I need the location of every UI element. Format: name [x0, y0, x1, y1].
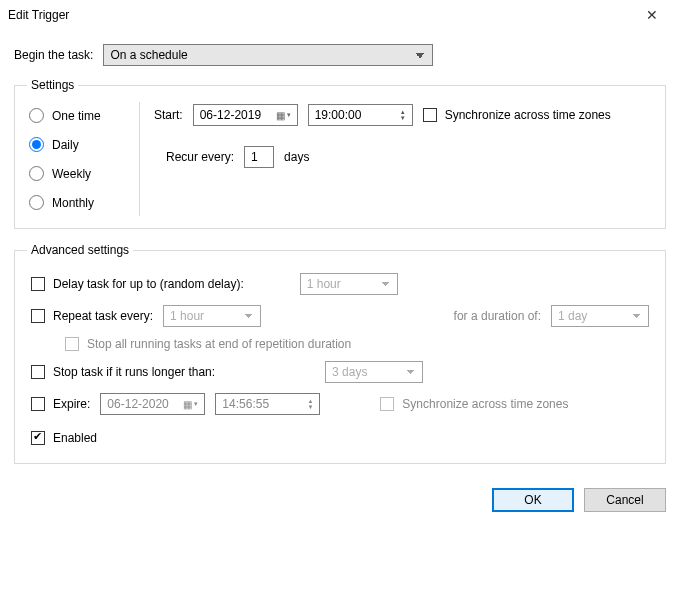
expire-time-input[interactable]: 14:56:55 ▲▼ [215, 393, 320, 415]
radio-one-time-label: One time [52, 109, 101, 123]
time-spinner-icon[interactable]: ▲▼ [307, 398, 313, 410]
expire-label: Expire: [53, 397, 90, 411]
sync-tz-label: Synchronize across time zones [445, 108, 611, 122]
expire-time-value: 14:56:55 [222, 397, 269, 411]
enabled-checkbox[interactable] [31, 431, 45, 445]
stop-repeat-checkbox [65, 337, 79, 351]
titlebar: Edit Trigger ✕ [0, 0, 680, 30]
delay-row[interactable]: Delay task for up to (random delay): [31, 277, 244, 291]
stop-if-label: Stop task if it runs longer than: [53, 365, 215, 379]
start-time-input[interactable]: 19:00:00 ▲▼ [308, 104, 413, 126]
enabled-label: Enabled [53, 431, 97, 445]
time-spinner-icon[interactable]: ▲▼ [400, 109, 406, 121]
recur-label-post: days [284, 150, 309, 164]
recur-value-input[interactable] [244, 146, 274, 168]
recur-label-pre: Recur every: [166, 150, 234, 164]
start-time-value: 19:00:00 [315, 108, 362, 122]
window-title: Edit Trigger [8, 8, 69, 22]
repeat-every-combo[interactable]: 1 hour [163, 305, 261, 327]
advanced-group: Advanced settings Delay task for up to (… [14, 243, 666, 464]
sync-tz-checkbox[interactable] [423, 108, 437, 122]
radio-one-time[interactable]: One time [29, 108, 121, 123]
repeat-label: Repeat task every: [53, 309, 153, 323]
radio-monthly-input[interactable] [29, 195, 44, 210]
radio-daily-input[interactable] [29, 137, 44, 152]
radio-weekly-label: Weekly [52, 167, 91, 181]
calendar-dropdown-icon[interactable]: ▦ ▾ [183, 399, 198, 410]
repeat-duration-combo[interactable]: 1 day [551, 305, 649, 327]
expire-sync-row: Synchronize across time zones [380, 397, 568, 411]
radio-daily[interactable]: Daily [29, 137, 121, 152]
radio-monthly-label: Monthly [52, 196, 94, 210]
expire-checkbox[interactable] [31, 397, 45, 411]
ok-button[interactable]: OK [492, 488, 574, 512]
radio-weekly[interactable]: Weekly [29, 166, 121, 181]
stop-if-combo[interactable]: 3 days [325, 361, 423, 383]
begin-task-label: Begin the task: [14, 48, 93, 62]
start-date-value: 06-12-2019 [200, 108, 261, 122]
start-label: Start: [154, 108, 183, 122]
stop-repeat-label: Stop all running tasks at end of repetit… [87, 337, 351, 351]
repeat-checkbox[interactable] [31, 309, 45, 323]
start-date-input[interactable]: 06-12-2019 ▦ ▾ [193, 104, 298, 126]
repeat-row[interactable]: Repeat task every: [31, 309, 153, 323]
radio-monthly[interactable]: Monthly [29, 195, 121, 210]
radio-daily-label: Daily [52, 138, 79, 152]
expire-sync-label: Synchronize across time zones [402, 397, 568, 411]
stop-repeat-row: Stop all running tasks at end of repetit… [65, 337, 351, 351]
advanced-legend: Advanced settings [27, 243, 133, 257]
radio-weekly-input[interactable] [29, 166, 44, 181]
expire-row[interactable]: Expire: [31, 397, 90, 411]
enabled-row[interactable]: Enabled [31, 431, 97, 445]
repeat-duration-label: for a duration of: [454, 309, 541, 323]
settings-legend: Settings [27, 78, 78, 92]
stop-if-row[interactable]: Stop task if it runs longer than: [31, 365, 215, 379]
stop-if-checkbox[interactable] [31, 365, 45, 379]
begin-task-select[interactable]: On a schedule [103, 44, 433, 66]
close-icon[interactable]: ✕ [632, 7, 672, 23]
radio-one-time-input[interactable] [29, 108, 44, 123]
expire-sync-checkbox [380, 397, 394, 411]
cancel-button[interactable]: Cancel [584, 488, 666, 512]
delay-combo[interactable]: 1 hour [300, 273, 398, 295]
delay-checkbox[interactable] [31, 277, 45, 291]
expire-date-input[interactable]: 06-12-2020 ▦ ▾ [100, 393, 205, 415]
calendar-dropdown-icon[interactable]: ▦ ▾ [276, 110, 291, 121]
expire-date-value: 06-12-2020 [107, 397, 168, 411]
sync-tz-row[interactable]: Synchronize across time zones [423, 108, 611, 122]
settings-group: Settings One time Daily Weekly Monthly [14, 78, 666, 229]
delay-label: Delay task for up to (random delay): [53, 277, 244, 291]
